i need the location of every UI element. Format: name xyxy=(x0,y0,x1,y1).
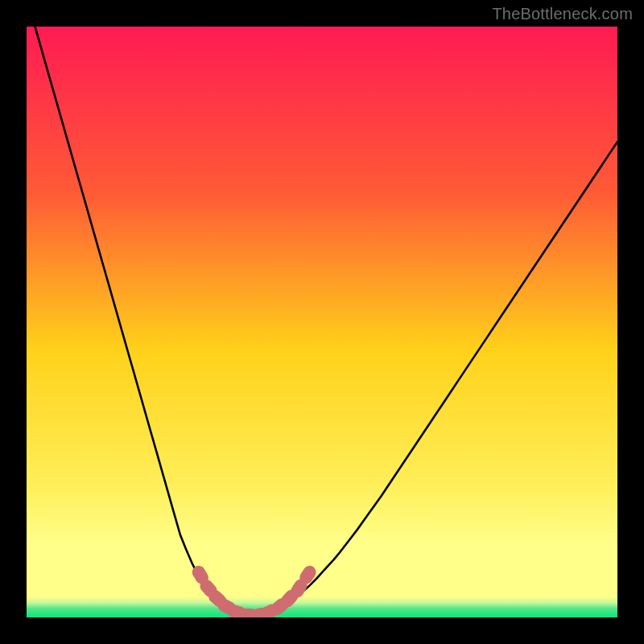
chart-frame: TheBottleneck.com xyxy=(0,0,644,644)
bottleneck-chart-svg xyxy=(27,27,617,617)
plot-area xyxy=(27,27,617,617)
watermark-text: TheBottleneck.com xyxy=(492,5,633,23)
svg-rect-0 xyxy=(27,27,617,617)
